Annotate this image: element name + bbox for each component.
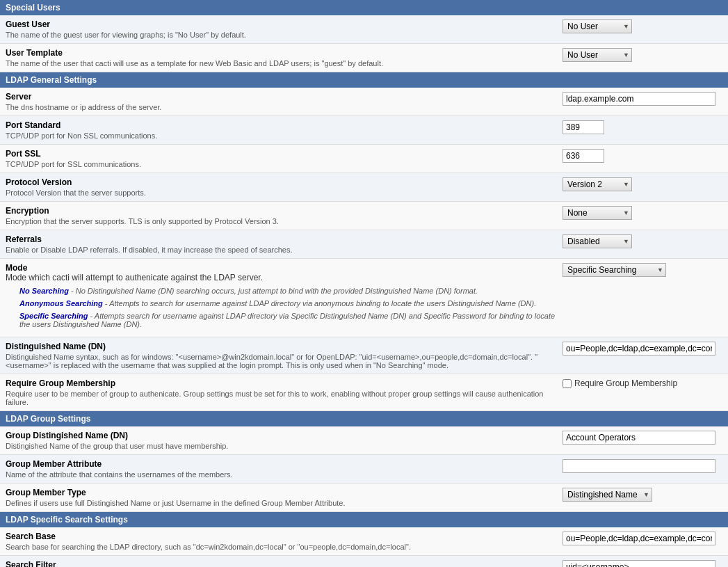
group-member-type-select-wrapper[interactable]: Distingished Name Username <box>563 488 652 502</box>
group-member-attr-desc: Name of the attribute that contains the … <box>6 470 556 479</box>
referrals-label: Referrals Enable or Disable LDAP referra… <box>6 234 563 254</box>
search-base-row: Search Base Search base for searching th… <box>0 527 728 556</box>
mode-select-wrapper[interactable]: No Searching Anonymous Searching Specifi… <box>563 263 666 277</box>
group-member-attr-input[interactable] <box>563 459 715 473</box>
group-member-attr-label: Group Member Attribute Name of the attri… <box>6 459 563 479</box>
dn-title: Distinguished Name (DN) <box>6 342 556 351</box>
require-group-check-label: Require Group Membership <box>574 378 677 388</box>
protocol-version-desc: Protocol Version that the server support… <box>6 189 556 197</box>
port-ssl-title: Port SSL <box>6 149 556 159</box>
dn-control <box>563 342 722 356</box>
group-member-type-desc: Defines if users use full Distingished N… <box>6 499 556 507</box>
group-member-attr-control <box>563 459 722 473</box>
user-template-desc: The name of the user that cacti will use… <box>6 59 556 67</box>
group-dn-label: Group Distingished Name (DN) Distingishe… <box>6 431 563 450</box>
encryption-row: Encryption Encryption that the server su… <box>0 202 728 230</box>
group-member-attr-title: Group Member Attribute <box>6 459 556 469</box>
mode-no-searching-name: No Searching <box>19 287 69 295</box>
group-member-type-select[interactable]: Distingished Name Username <box>563 488 652 502</box>
referrals-select-wrapper[interactable]: Disabled Enabled <box>563 234 632 248</box>
protocol-version-select[interactable]: Version 2 Version 3 <box>563 177 632 191</box>
user-template-title: User Template <box>6 48 556 58</box>
port-standard-control <box>563 120 722 134</box>
port-standard-row: Port Standard TCP/UDP port for Non SSL c… <box>0 116 728 145</box>
encryption-control: None SSL TLS <box>563 206 722 220</box>
port-ssl-label: Port SSL TCP/UDP port for SSL communicat… <box>6 149 563 168</box>
require-group-checkbox-row: Require Group Membership <box>563 378 677 388</box>
search-base-control <box>563 532 722 545</box>
port-ssl-desc: TCP/UDP port for SSL communications. <box>6 160 556 168</box>
search-filter-input[interactable] <box>563 560 715 567</box>
require-group-row: Require Group Membership Require user to… <box>0 374 728 411</box>
referrals-select[interactable]: Disabled Enabled <box>563 234 632 248</box>
require-group-checkbox[interactable] <box>563 379 572 388</box>
mode-row: Mode Mode which cacti will attempt to au… <box>0 259 728 337</box>
mode-label-area: Mode Mode which cacti will attempt to au… <box>6 263 563 333</box>
protocol-version-row: Protocol Version Protocol Version that t… <box>0 173 728 202</box>
dn-input[interactable] <box>563 342 715 356</box>
search-filter-row: Search Filter Search filter to use to lo… <box>0 556 728 567</box>
group-dn-title: Group Distingished Name (DN) <box>6 431 556 440</box>
port-ssl-control <box>563 149 722 163</box>
port-standard-desc: TCP/UDP port for Non SSL communications. <box>6 131 556 140</box>
dn-row: Distinguished Name (DN) Distinguished Na… <box>0 337 728 374</box>
search-base-desc: Search base for searching the LDAP direc… <box>6 543 556 551</box>
main-container: Special Users Guest User The name of the… <box>0 0 728 567</box>
encryption-label: Encryption Encryption that the server su… <box>6 206 563 225</box>
user-template-select-wrapper[interactable]: No User <box>563 48 632 62</box>
mode-control: No Searching Anonymous Searching Specifi… <box>563 263 722 277</box>
special-users-header: Special Users <box>0 0 728 15</box>
mode-option-no-searching: No Searching - No Distinguished Name (DN… <box>19 287 556 295</box>
port-ssl-row: Port SSL TCP/UDP port for SSL communicat… <box>0 145 728 173</box>
mode-option-specific: Specific Searching - Attempts search for… <box>19 312 556 328</box>
guest-user-select-wrapper[interactable]: No User <box>563 19 632 33</box>
user-template-control: No User <box>563 48 722 62</box>
guest-user-select[interactable]: No User <box>563 19 632 33</box>
require-group-desc: Require user to be member of group to au… <box>6 390 556 406</box>
port-standard-label: Port Standard TCP/UDP port for Non SSL c… <box>6 120 563 140</box>
user-template-label: User Template The name of the user that … <box>6 48 563 67</box>
ldap-group-header: LDAP Group Settings <box>0 411 728 426</box>
search-base-input[interactable] <box>563 532 715 545</box>
protocol-version-select-wrapper[interactable]: Version 2 Version 3 <box>563 177 632 191</box>
require-group-label: Require Group Membership Require user to… <box>6 378 563 406</box>
encryption-select-wrapper[interactable]: None SSL TLS <box>563 206 632 220</box>
search-filter-control <box>563 560 722 567</box>
mode-title: Mode <box>6 263 556 273</box>
group-member-type-control: Distingished Name Username <box>563 488 722 502</box>
referrals-title: Referrals <box>6 234 556 244</box>
mode-select[interactable]: No Searching Anonymous Searching Specifi… <box>563 263 666 277</box>
server-input[interactable] <box>563 92 715 106</box>
encryption-select[interactable]: None SSL TLS <box>563 206 632 220</box>
search-base-title: Search Base <box>6 532 556 541</box>
search-filter-title: Search Filter <box>6 560 556 567</box>
mode-option-anonymous: Anonymous Searching - Attempts to search… <box>19 299 556 308</box>
port-ssl-input[interactable] <box>563 149 604 163</box>
guest-user-row: Guest User The name of the guest user fo… <box>0 15 728 44</box>
mode-anonymous-name: Anonymous Searching <box>19 299 103 308</box>
encryption-desc: Encryption that the server supports. TLS… <box>6 217 556 225</box>
guest-user-title: Guest User <box>6 19 556 29</box>
user-template-select[interactable]: No User <box>563 48 632 62</box>
mode-desc: Mode which cacti will attempt to autheni… <box>6 273 556 282</box>
server-title: Server <box>6 92 556 102</box>
guest-user-desc: The name of the guest user for viewing g… <box>6 31 556 39</box>
mode-specific-name: Specific Searching <box>19 312 88 320</box>
guest-user-control: No User <box>563 19 722 33</box>
group-dn-row: Group Distingished Name (DN) Distingishe… <box>0 426 728 455</box>
ldap-specific-header: LDAP Specific Search Settings <box>0 512 728 527</box>
server-label: Server The dns hostname or ip address of… <box>6 92 563 111</box>
dn-desc: Distinguished Name syntax, such as for w… <box>6 353 556 369</box>
port-standard-title: Port Standard <box>6 120 556 130</box>
group-member-type-label: Group Member Type Defines if users use f… <box>6 488 563 507</box>
group-dn-desc: Distingished Name of the group that user… <box>6 442 556 450</box>
server-control <box>563 92 722 106</box>
require-group-title: Require Group Membership <box>6 378 556 388</box>
group-member-attr-row: Group Member Attribute Name of the attri… <box>0 455 728 484</box>
referrals-desc: Enable or Disable LDAP referrals. If dis… <box>6 246 556 254</box>
port-standard-input[interactable] <box>563 120 604 134</box>
protocol-version-title: Protocol Version <box>6 177 556 187</box>
referrals-control: Disabled Enabled <box>563 234 722 248</box>
group-dn-input[interactable] <box>563 431 715 445</box>
user-template-row: User Template The name of the user that … <box>0 44 728 72</box>
